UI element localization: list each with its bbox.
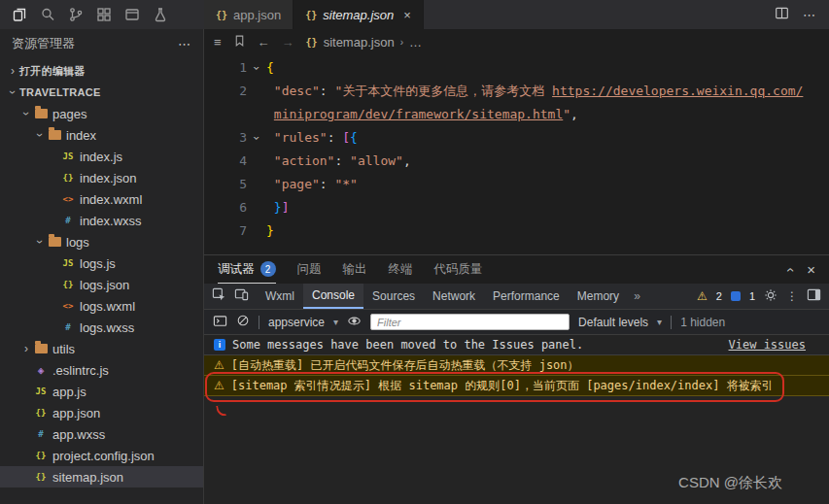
- tree-item-.eslintrc.js[interactable]: ◈.eslintrc.js: [0, 359, 203, 381]
- chevron-down-icon[interactable]: ›: [19, 107, 33, 120]
- tree-item-index.json[interactable]: {}index.json: [0, 167, 203, 188]
- panel-tab-输出[interactable]: 输出: [343, 255, 367, 284]
- chevron-down-icon[interactable]: ›: [6, 85, 19, 99]
- tree-item-TRAVELTRACE[interactable]: ›TRAVELTRACE: [0, 82, 203, 103]
- tree-item--[interactable]: ›打开的编辑器: [0, 60, 203, 82]
- beaker-icon[interactable]: [153, 7, 168, 22]
- app-window: {} app.json {} sitemap.json × ⋯ 资源管理器 ⋯ …: [0, 0, 829, 504]
- panel-tab-调试器[interactable]: 调试器2: [218, 255, 276, 284]
- tree-item-logs.wxss[interactable]: #logs.wxss: [0, 317, 203, 338]
- breadcrumb-file[interactable]: sitemap.json: [324, 35, 395, 50]
- devtools-tab-strip: WxmlConsoleSourcesNetworkPerformanceMemo…: [257, 284, 628, 309]
- nav-back-icon[interactable]: ←: [258, 35, 270, 50]
- bookmark-icon[interactable]: [233, 34, 246, 50]
- fold-chevron-icon[interactable]: ›: [245, 128, 268, 148]
- breadcrumb-more[interactable]: …: [409, 35, 422, 50]
- log-levels-selector[interactable]: Default levels: [578, 316, 648, 329]
- tree-item-project.config.json[interactable]: {}project.config.json: [0, 445, 203, 466]
- tree-item-index.wxml[interactable]: <>index.wxml: [0, 188, 203, 210]
- tree-item-app.wxss[interactable]: #app.wxss: [0, 423, 203, 445]
- tree-item-index.js[interactable]: JSindex.js: [0, 146, 203, 167]
- chevron-right-icon[interactable]: ›: [6, 64, 19, 78]
- eye-icon[interactable]: [347, 314, 362, 331]
- code-line: 7}: [204, 219, 829, 243]
- tree-item-index.wxss[interactable]: #index.wxss: [0, 210, 203, 231]
- warning-icon[interactable]: ⚠: [697, 289, 708, 303]
- panel-tab-问题[interactable]: 问题: [297, 255, 322, 284]
- panel-collapse-icon[interactable]: ›: [781, 267, 797, 272]
- outline-icon[interactable]: ≡: [214, 35, 222, 50]
- wxss-file-icon: #: [60, 322, 76, 332]
- filter-input[interactable]: [370, 314, 570, 330]
- tree-item-sitemap.json[interactable]: {}sitemap.json: [0, 466, 203, 487]
- chevron-right-icon[interactable]: ›: [19, 342, 33, 355]
- panel-close-icon[interactable]: ×: [807, 261, 815, 278]
- devtools-tab-sources[interactable]: Sources: [363, 284, 424, 309]
- tree-item-index[interactable]: ›index: [0, 124, 203, 146]
- device-toolbar-icon[interactable]: [234, 287, 249, 305]
- tree-item-pages[interactable]: ›pages: [0, 103, 203, 124]
- clear-console-icon[interactable]: [236, 314, 250, 330]
- devtools-tab-network[interactable]: Network: [424, 284, 484, 309]
- tree-item-app.js[interactable]: JSapp.js: [0, 381, 203, 402]
- kebab-menu-icon[interactable]: ⋮: [786, 289, 798, 303]
- source-control-icon[interactable]: [68, 7, 84, 22]
- extensions-icon[interactable]: [96, 7, 112, 22]
- tree-item-logs.json[interactable]: {}logs.json: [0, 274, 203, 295]
- files-icon[interactable]: [12, 7, 27, 22]
- chevron-down-icon[interactable]: ›: [33, 235, 47, 249]
- devtools-tab-console[interactable]: Console: [303, 284, 363, 309]
- fold-chevron-icon[interactable]: ›: [245, 58, 268, 78]
- activity-bar: [0, 0, 204, 29]
- search-icon[interactable]: [40, 7, 55, 22]
- tree-item-label: app.wxss: [52, 427, 105, 442]
- code-text: }: [266, 219, 274, 243]
- context-selector[interactable]: appservice: [268, 316, 325, 329]
- code-text: "page": "*": [266, 173, 358, 196]
- dock-side-icon[interactable]: [807, 287, 821, 305]
- code-text: miniprogram/dev/framework/sitemap.html",: [266, 103, 578, 126]
- console-sidebar-icon[interactable]: [213, 314, 227, 331]
- panel-tab-终端[interactable]: 终端: [389, 255, 413, 284]
- sidebar-header: 资源管理器 ⋯: [0, 29, 203, 58]
- more-actions-icon[interactable]: ⋯: [178, 37, 191, 51]
- tree-item-logs.wxml[interactable]: <>logs.wxml: [0, 295, 203, 317]
- issues-icon[interactable]: [731, 291, 741, 301]
- chevron-down-icon: ▾: [333, 317, 338, 327]
- devtools-tab-wxml[interactable]: Wxml: [257, 284, 303, 309]
- tab-sitemap-json[interactable]: {} sitemap.json ×: [294, 0, 424, 29]
- panel-tab-label: 终端: [389, 261, 413, 278]
- devtools-tab-performance[interactable]: Performance: [484, 284, 569, 309]
- file-tree: ›打开的编辑器›TRAVELTRACE›pages›indexJSindex.j…: [0, 58, 203, 504]
- message-text: [自动热重载] 已开启代码文件保存后自动热重载（不支持 json）: [231, 357, 579, 374]
- view-issues-link[interactable]: View issues: [729, 338, 806, 352]
- tree-item-logs[interactable]: ›logs: [0, 231, 203, 252]
- tree-item-label: logs: [66, 235, 89, 250]
- inspect-icon[interactable]: [212, 287, 226, 305]
- split-editor-icon[interactable]: [775, 6, 789, 23]
- tree-item-app.json[interactable]: {}app.json: [0, 402, 203, 423]
- tree-item-utils[interactable]: ›utils: [0, 338, 203, 359]
- tabs-overflow-icon[interactable]: »: [628, 289, 646, 303]
- code-text: }]: [266, 196, 289, 219]
- breadcrumb-separator: ›: [400, 37, 403, 48]
- preview-icon[interactable]: [124, 7, 140, 22]
- breadcrumb: {} sitemap.json › …: [306, 35, 422, 50]
- tree-item-label: index: [66, 128, 96, 143]
- nav-forward-icon[interactable]: →: [282, 35, 294, 50]
- tab-app-json[interactable]: {} app.json: [204, 0, 294, 29]
- panel-tab-代码质量[interactable]: 代码质量: [434, 255, 483, 284]
- tree-item-logs.js[interactable]: JSlogs.js: [0, 252, 203, 274]
- close-icon[interactable]: ×: [403, 8, 411, 22]
- code-area[interactable]: 1›{2 "desc": "关于本文件的更多信息，请参考文档 https://d…: [204, 54, 829, 254]
- gutter: 5: [204, 173, 266, 196]
- chevron-down-icon[interactable]: ›: [33, 128, 47, 142]
- gutter: [204, 103, 266, 126]
- devtools-tab-memory[interactable]: Memory: [569, 284, 628, 309]
- bottom-panel: 调试器2问题输出终端代码质量 › × WxmlConsoleSourcesNet…: [204, 254, 829, 504]
- folder-file-icon: [47, 237, 62, 247]
- tree-item-label: index.js: [80, 150, 122, 164]
- settings-gear-icon[interactable]: [764, 288, 777, 305]
- more-actions-icon[interactable]: ⋯: [803, 8, 815, 22]
- js-file-icon: JS: [60, 151, 76, 161]
